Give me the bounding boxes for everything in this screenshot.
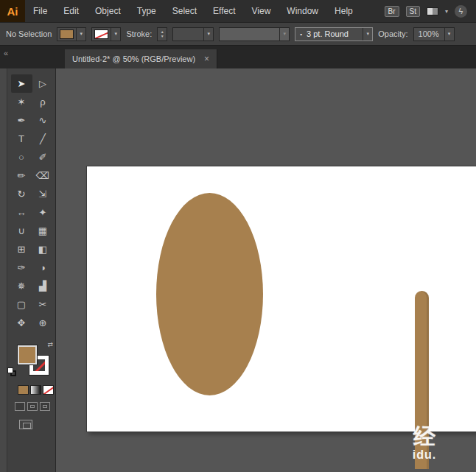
- chevron-down-icon[interactable]: ▾: [279, 28, 289, 40]
- menu-select[interactable]: Select: [164, 0, 205, 22]
- menu-effect[interactable]: Effect: [205, 0, 243, 22]
- chevron-down-icon[interactable]: ▾: [445, 8, 448, 15]
- menu-object[interactable]: Object: [87, 0, 129, 22]
- document-tab-bar: « Untitled-2* @ 50% (RGB/Preview) ×: [0, 46, 476, 68]
- chevron-down-icon[interactable]: ▾: [203, 28, 213, 40]
- gradient-tool[interactable]: ◧: [32, 240, 54, 258]
- menu-type[interactable]: Type: [129, 0, 164, 22]
- gradient-button[interactable]: [30, 385, 41, 395]
- pen-tool[interactable]: ✒: [11, 111, 32, 130]
- draw-inside-icon[interactable]: [40, 402, 50, 411]
- ellipse-tool[interactable]: ○: [11, 148, 32, 166]
- draw-normal-icon[interactable]: [15, 402, 25, 411]
- chevron-down-icon[interactable]: ▾: [76, 28, 85, 40]
- eraser-tool[interactable]: ⌫: [32, 166, 54, 185]
- menu-help[interactable]: Help: [326, 0, 361, 22]
- close-icon[interactable]: ×: [204, 54, 209, 64]
- chevron-down-icon[interactable]: ▾: [363, 28, 372, 40]
- menu-window[interactable]: Window: [279, 0, 326, 22]
- menu-file[interactable]: File: [25, 0, 55, 22]
- width-tool[interactable]: ↔: [11, 203, 32, 222]
- menu-view[interactable]: View: [244, 0, 279, 22]
- hand-tool[interactable]: ✥: [11, 314, 32, 332]
- stroke-label: Stroke:: [126, 29, 152, 38]
- slice-tool[interactable]: ✂: [32, 295, 54, 314]
- brown-stick-shape[interactable]: [415, 291, 429, 469]
- tools-panel: ➤ ▷ ✶ ρ ✒ ∿ T ╱ ○ ✐ ✏ ⌫ ↻ ⇲ ↔ ✦ ∪ ▦ ⊞ ◧: [0, 68, 56, 472]
- fill-color-swatch[interactable]: [60, 29, 74, 39]
- chevron-down-icon[interactable]: ▾: [444, 28, 454, 40]
- document-tab-title: Untitled-2* @ 50% (RGB/Preview): [72, 54, 195, 63]
- dock-strip[interactable]: [0, 68, 7, 472]
- type-tool[interactable]: T: [11, 130, 32, 148]
- brown-ellipse-shape[interactable]: [156, 193, 263, 395]
- free-transform-tool[interactable]: ✦: [32, 203, 54, 222]
- chevron-down-icon[interactable]: ▾: [111, 28, 120, 40]
- stroke-none-swatch[interactable]: [94, 29, 108, 39]
- brush-definition-dropdown[interactable]: • 3 pt. Round ▾: [295, 27, 373, 41]
- none-button[interactable]: [43, 385, 54, 395]
- fill-stroke-indicator: ⇄: [18, 341, 52, 375]
- menu-edit[interactable]: Edit: [55, 0, 87, 22]
- brush-definition-value: 3 pt. Round: [302, 29, 363, 38]
- swap-fill-stroke-icon[interactable]: ⇄: [47, 341, 53, 348]
- sync-status-icon[interactable]: ϟ: [455, 5, 467, 18]
- canvas-area[interactable]: 经 idu.: [56, 68, 476, 472]
- column-graph-tool[interactable]: ▟: [32, 277, 54, 295]
- stock-button[interactable]: St: [406, 6, 420, 17]
- control-bar: No Selection ▾ ▾ Stroke: ▲ ▼ ▾ ▾ • 3 pt.…: [0, 22, 476, 46]
- workspace-switcher-icon[interactable]: [427, 7, 438, 15]
- default-fill-stroke-icon[interactable]: [7, 367, 18, 378]
- opacity-value: 100%: [414, 29, 444, 38]
- stroke-weight-stepper[interactable]: ▲ ▼: [157, 27, 167, 41]
- stroke-color-control[interactable]: ▾: [91, 27, 121, 41]
- draw-behind-icon[interactable]: [27, 402, 38, 411]
- illustrator-window: Ai File Edit Object Type Select Effect V…: [0, 0, 476, 472]
- brush-preview-icon: •: [295, 31, 302, 38]
- panel-dock-header: «: [0, 46, 65, 68]
- blend-tool[interactable]: ◑: [32, 258, 54, 277]
- paint-mode-buttons: [18, 385, 55, 395]
- fill-indicator[interactable]: [18, 345, 37, 364]
- tools-grid: ➤ ▷ ✶ ρ ✒ ∿ T ╱ ○ ✐ ✏ ⌫ ↻ ⇲ ↔ ✦ ∪ ▦ ⊞ ◧: [9, 74, 55, 332]
- eyedropper-tool[interactable]: ✑: [11, 258, 32, 277]
- selection-tool[interactable]: ➤: [11, 74, 32, 93]
- zoom-tool[interactable]: ⊕: [32, 314, 54, 332]
- opacity-dropdown[interactable]: 100% ▾: [413, 27, 455, 41]
- line-segment-tool[interactable]: ╱: [32, 130, 54, 148]
- mesh-tool[interactable]: ⊞: [11, 240, 32, 258]
- paintbrush-tool[interactable]: ✐: [32, 148, 54, 166]
- rotate-tool[interactable]: ↻: [11, 185, 32, 203]
- bridge-button[interactable]: Br: [385, 6, 399, 17]
- magic-wand-tool[interactable]: ✶: [11, 93, 32, 111]
- perspective-grid-tool[interactable]: ▦: [32, 222, 54, 240]
- direct-selection-tool[interactable]: ▷: [32, 74, 54, 93]
- fill-color-control[interactable]: ▾: [57, 27, 86, 41]
- menu-bar: Ai File Edit Object Type Select Effect V…: [0, 0, 476, 22]
- selection-status-label: No Selection: [6, 29, 52, 38]
- lasso-tool[interactable]: ρ: [32, 93, 54, 111]
- stroke-weight-dropdown[interactable]: ▾: [172, 27, 214, 41]
- scale-tool[interactable]: ⇲: [32, 185, 54, 203]
- stepper-down-icon[interactable]: ▼: [161, 34, 164, 38]
- drawing-mode-buttons: [15, 402, 55, 411]
- shape-builder-tool[interactable]: ∪: [11, 222, 32, 240]
- artboard-tool[interactable]: ▢: [11, 295, 32, 314]
- screen-mode-button[interactable]: [19, 420, 32, 429]
- width-profile-dropdown[interactable]: ▾: [219, 27, 290, 41]
- opacity-label: Opacity:: [378, 29, 407, 38]
- document-tab[interactable]: Untitled-2* @ 50% (RGB/Preview) ×: [65, 49, 217, 68]
- curvature-tool[interactable]: ∿: [32, 111, 54, 130]
- collapse-panels-icon[interactable]: «: [4, 49, 8, 57]
- app-logo: Ai: [0, 0, 25, 22]
- pencil-tool[interactable]: ✏: [11, 166, 32, 185]
- color-button[interactable]: [18, 385, 29, 395]
- symbol-sprayer-tool[interactable]: ✵: [11, 277, 32, 295]
